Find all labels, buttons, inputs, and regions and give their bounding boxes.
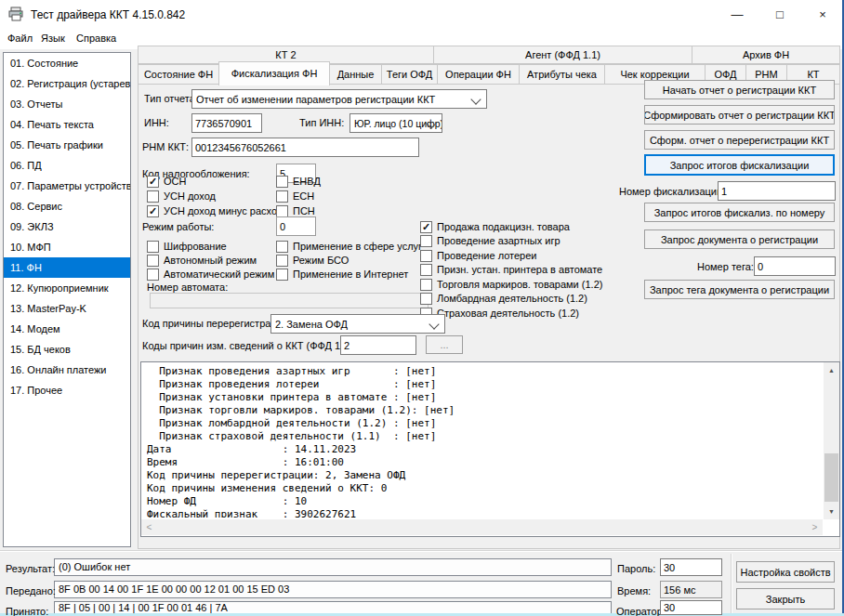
checkbox-usn-income-minus[interactable]: ✓УСН доход минус расход [147,204,283,217]
log-horizontal-scrollbar[interactable]: < > [141,519,823,535]
tab-archive-fn[interactable]: Архив ФН [692,46,840,64]
work-mode-label: Режим работы: [142,221,214,232]
operator-input[interactable] [660,600,722,615]
sidebar-item-pd[interactable]: 06. ПД [4,155,130,176]
sidebar-item-registration[interactable]: 02. Регистрация (устаревш.) [4,73,130,94]
tab-fn-ofd-tags[interactable]: Теги ОФД [381,64,438,85]
checkbox-envd[interactable]: ЕНВД [276,175,321,188]
checkbox-box-icon [420,293,432,305]
sidebar-list: 01. Состояние 02. Регистрация (устаревш.… [3,52,131,547]
status-separator [0,550,844,552]
checkbox-box-icon: ✓ [420,221,432,233]
result-field: (0) Ошибок нет [54,558,612,576]
window-title: Тест драйвера ККТ 4.15.0.842 [31,8,185,21]
tab-agent[interactable]: Агент (ФФД 1.1) [433,46,692,64]
inn-type-select[interactable]: ЮР. лицо (10 цифр) [349,113,442,133]
menu-language[interactable]: Язык [35,28,71,48]
change-codes-input[interactable] [340,335,416,355]
sidebar-item-service[interactable]: 08. Сервис [4,196,130,216]
checkbox-box-icon [147,255,159,267]
checkbox-lottery[interactable]: Проведение лотереи [420,249,537,262]
report-type-select[interactable]: Отчет об изменении параметров регистраци… [191,89,487,109]
close-app-button[interactable]: Закрыть [736,588,835,609]
fiscalization-number-input[interactable] [718,181,836,201]
checkbox-excise-goods[interactable]: ✓Продажа подакцизн. товара [420,220,570,233]
scroll-right-icon[interactable]: > [807,519,823,535]
scroll-up-icon[interactable]: ▲ [824,362,839,378]
tab-fn-fiscalization[interactable]: Фискализация ФН [218,61,330,85]
printer-icon [8,7,24,21]
sidebar-item-mfp[interactable]: 10. МФП [4,237,130,257]
log-vertical-scrollbar[interactable]: ▲ ▼ [824,362,839,519]
sidebar-item-print-graphics[interactable]: 05. Печать графики [4,135,130,155]
rereg-reason-select[interactable]: 2. Замена ОФД [270,314,445,334]
scroll-down-icon[interactable]: ▼ [824,504,839,519]
sidebar-item-bill-acceptor[interactable]: 12. Купюроприемник [4,278,130,298]
checkbox-encryption[interactable]: Шифрование [147,240,227,253]
sidebar-item-check-db[interactable]: 15. БД чеков [4,339,130,360]
menu-file[interactable]: Файл [2,28,38,48]
checkbox-osn[interactable]: ✓ОСН [147,175,186,188]
sidebar-item-online-payments[interactable]: 16. Онлайн платежи [4,360,130,380]
checkbox-offline-mode[interactable]: Автономный режим [147,254,257,267]
sidebar-item-device-params[interactable]: 07. Параметры устройства [4,176,130,196]
checkbox-usn-income[interactable]: УСН доход [147,190,216,203]
checkbox-box-icon [420,250,432,262]
maximize-button[interactable]: □ [758,0,801,28]
registration-document-tag-button[interactable]: Запрос тега документа о регистрации [644,280,835,299]
checkbox-bso-mode[interactable]: Режим БСО [276,254,349,267]
sidebar-item-modem[interactable]: 14. Модем [4,319,130,339]
minimize-button[interactable]: — [716,0,758,28]
checkbox-automatic-mode[interactable]: Автоматический режим [147,268,274,281]
properties-button[interactable]: Настройка свойств [736,561,835,583]
sidebar-item-reports[interactable]: 03. Отчеты [4,94,130,114]
work-mode-input[interactable] [276,216,316,236]
checkbox-box-icon [276,176,288,188]
checkbox-box-icon: ✓ [147,205,159,217]
sidebar-item-fn[interactable]: 11. ФН [4,257,130,278]
tag-number-input[interactable] [754,256,836,276]
app-window: Тест драйвера ККТ 4.15.0.842 — □ × Файл … [0,0,844,616]
password-input[interactable] [660,558,722,576]
log-text: Признак проведения азартных игр : [нет] … [147,365,814,518]
sidebar-item-state[interactable]: 01. Состояние [4,53,130,73]
automat-number-input[interactable] [150,293,429,308]
tab-fn-data[interactable]: Данные [329,64,382,85]
checkbox-pawnshop[interactable]: Ломбардная деятельность (1.2) [420,292,587,305]
sidebar-item-masterpay[interactable]: 13. MasterPay-K [4,298,130,319]
checkbox-box-icon [420,279,432,291]
scrollbar-thumb[interactable] [824,453,838,502]
checkbox-psn[interactable]: ПСН [276,204,315,217]
sidebar-item-other[interactable]: 17. Прочее [4,380,130,400]
tab-fn-state[interactable]: Состояние ФН [138,64,219,85]
start-registration-report-button[interactable]: Начать отчет о регистрации ККТ [644,80,835,99]
form-reregistration-report-button[interactable]: Сформ. отчет о перерегистрации ККТ [644,130,835,150]
sent-field: 8F 0B 00 14 00 1F 1E 00 00 00 12 01 00 1… [54,581,612,598]
time-field [660,581,722,598]
checkbox-printer-in-automat[interactable]: Призн. устан. принтера в автомате [420,263,602,276]
menu-help[interactable]: Справка [71,28,122,48]
scroll-left-icon[interactable]: < [141,519,157,535]
automat-number-label: Номер автомата: [147,282,228,293]
checkbox-esn[interactable]: ЕСН [276,190,314,203]
tab-fn-check-attrs[interactable]: Атрибуты чека [519,64,605,85]
registration-document-button[interactable]: Запрос документа о регистрации [644,229,835,249]
titlebar: Тест драйвера ККТ 4.15.0.842 — □ × [0,0,844,28]
form-registration-report-button[interactable]: Сформировать отчет о регистрации ККТ [644,105,835,125]
fiscalization-by-number-button[interactable]: Запрос итогов фискализ. по номеру [644,203,835,222]
checkbox-internet[interactable]: Применение в Интернет [276,268,408,281]
checkbox-services[interactable]: Применение в сфере услуг [276,240,422,253]
tab-fn-operations[interactable]: Операции ФН [437,64,520,85]
close-button[interactable]: × [801,0,844,28]
checkbox-gambling[interactable]: Проведение азартных игр [420,234,560,247]
checkbox-box-icon [147,269,159,281]
checkbox-marked-goods[interactable]: Торговля маркиров. товарами (1.2) [420,278,602,291]
fiscalization-results-button[interactable]: Запрос итогов фискализации [644,154,835,176]
sidebar-item-print-text[interactable]: 04. Печать текста [4,114,130,135]
checkbox-box-icon [420,235,432,247]
rnm-input[interactable] [191,138,419,157]
sidebar-item-eklz[interactable]: 09. ЭКЛЗ [4,216,130,237]
change-codes-more-button[interactable]: ... [426,335,463,354]
inn-input[interactable] [191,113,262,133]
checkbox-box-icon [147,241,159,253]
